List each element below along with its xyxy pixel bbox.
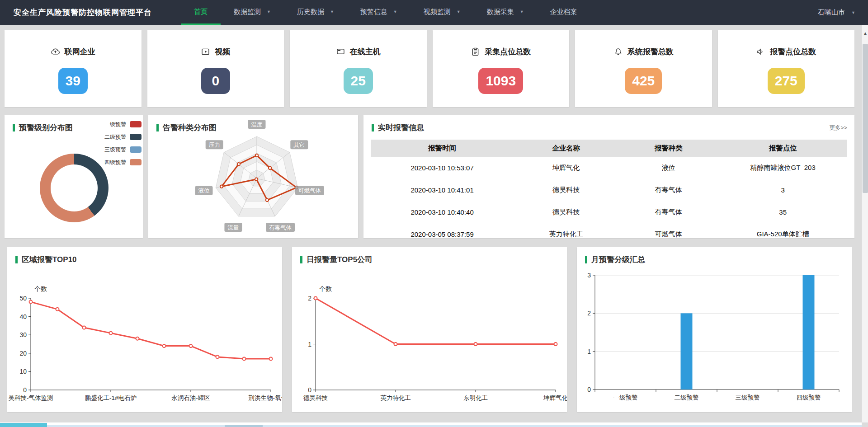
nav-item-label: 数据监测 (234, 8, 261, 16)
scroll-up-icon[interactable]: ▲ (862, 31, 868, 36)
more-link[interactable]: 更多>> (829, 124, 847, 132)
nav-item-label: 首页 (194, 8, 208, 16)
title-accent-bar (156, 124, 159, 131)
bar (803, 275, 815, 389)
chart-text: 0 (23, 386, 27, 394)
nav-item-home[interactable]: 首页 (181, 0, 221, 25)
legend-item[interactable]: 三级预警 (104, 143, 142, 156)
table-cell: 英力特化工 (514, 223, 618, 238)
chart-text: 个数 (34, 285, 47, 292)
horizontal-scrollbar[interactable] (0, 422, 862, 427)
panel-daily-top5: 日报警量TOP5公司 012个数德昊科技英力特化工东明化工坤辉气化 (292, 247, 567, 412)
horizontal-scrollbar-track[interactable] (0, 425, 862, 427)
chart-text: 其它 (293, 142, 305, 148)
chart-text: 压力 (209, 142, 220, 148)
chart-text: 20 (19, 350, 27, 357)
bottom-row: 区域报警TOP10 01020304050个数吴科技-气体监测鹏盛化工-1#电石… (7, 247, 852, 412)
legend-item[interactable]: 四级预警 (104, 156, 142, 169)
chart-text: 2 (308, 295, 311, 302)
chart-text: 1 (587, 348, 591, 355)
vertical-scrollbar-thumb[interactable] (863, 44, 868, 193)
table-cell: 德昊科技 (514, 201, 618, 223)
video-play-icon (201, 47, 210, 56)
monthly-warning-level-chart: 0123一级预警二级预警三级预警四级预警 (577, 247, 852, 412)
alarm-type-radar-chart: 温度其它可燃气体有毒气体流量液位压力 (148, 115, 358, 238)
panel-title-text: 告警种类分布图 (163, 122, 217, 133)
table-row: 2020-03-10 10:40:40德昊科技有毒气体35 (371, 201, 847, 223)
nav-item-data-monitor[interactable]: 数据监测▼ (221, 0, 284, 25)
chart-text: 可燃气体 (298, 188, 321, 194)
chart-text: 3 (587, 272, 591, 279)
legend-item[interactable]: 一级预警 (104, 118, 142, 131)
bar (681, 313, 693, 389)
table-row: 2020-03-05 08:37:59英力特化工可燃气体GIA-520单体贮槽 (371, 223, 847, 238)
legend-swatch (130, 134, 142, 140)
chart-text: 50 (19, 295, 27, 302)
chart-text: 三级预警 (736, 394, 760, 401)
panel-region-top10: 区域报警TOP10 01020304050个数吴科技-气体监测鹏盛化工-1#电石… (7, 247, 282, 412)
chart-text: 永润石油-罐区 (171, 394, 210, 401)
region-top10-chart: 01020304050个数吴科技-气体监测鹏盛化工-1#电石炉永润石油-罐区荆洪… (7, 247, 282, 412)
stat-card-value-badge: 25 (344, 68, 373, 94)
chevron-down-icon: ▼ (851, 10, 855, 15)
stat-card-value-badge: 39 (58, 68, 88, 94)
table-column-header: 报警时间 (371, 140, 514, 157)
stat-card-label: 视频 (215, 47, 230, 57)
chart-text: 温度 (251, 122, 263, 128)
title-accent-bar (15, 256, 18, 263)
stat-card-online-hosts: 在线主机25 (290, 30, 427, 107)
panel-title-text: 实时报警信息 (378, 122, 424, 133)
city-label: 石嘴山市 (818, 8, 845, 17)
dashboard-app: 安全生产风险预警防控物联网管理平台 首页数据监测▼历史数据▼预警信息▼视频监测▼… (0, 0, 868, 427)
table-row: 2020-03-10 10:41:01德昊科技有毒气体3 (371, 179, 847, 201)
cloud-upload-icon (51, 47, 60, 56)
donut-hole (51, 164, 98, 211)
table-cell: 3 (718, 179, 847, 201)
nav-item-label: 视频监测 (424, 8, 451, 16)
table-column-header: 企业名称 (514, 140, 618, 157)
nav-menu: 首页数据监测▼历史数据▼预警信息▼视频监测▼数据采集▼企业档案 (181, 0, 590, 25)
legend-swatch (130, 159, 142, 165)
table-cell: 可燃气体 (618, 223, 718, 238)
chart-text: 2 (587, 310, 591, 317)
nav-item-video-monitor[interactable]: 视频监测▼ (410, 0, 474, 25)
stat-card-label: 报警点位总数 (770, 47, 816, 57)
table-column-header: 报警种类 (618, 140, 718, 157)
legend-label: 三级预警 (104, 146, 126, 154)
nav-item-warning-info[interactable]: 预警信息▼ (347, 0, 410, 25)
panel-title-text: 日报警量TOP5公司 (307, 254, 373, 265)
nav-item-label: 历史数据 (297, 8, 324, 16)
stat-card-system-alarms-total: 系统报警总数425 (575, 30, 712, 107)
nav-item-label: 企业档案 (550, 8, 577, 16)
nav-item-data-collect[interactable]: 数据采集▼ (474, 0, 537, 25)
table-cell: 有毒气体 (618, 179, 718, 201)
stat-card-label: 系统报警总数 (627, 47, 674, 57)
chart-text: 有毒气体 (269, 225, 292, 231)
table-cell: 2020-03-10 10:40:40 (371, 201, 514, 223)
table-column-header: 报警点位 (718, 140, 847, 157)
panel-title-text: 月预警分级汇总 (591, 254, 645, 265)
nav-item-enterprise-archive[interactable]: 企业档案 (537, 0, 590, 25)
stat-cards-row: 联网企业39视频0在线主机25采集点位总数1093系统报警总数425报警点位总数… (5, 30, 854, 107)
chart-text: 荆洪生物-氧化反 (249, 394, 283, 401)
vertical-scrollbar[interactable]: ▲ (862, 25, 868, 422)
title-accent-bar (372, 124, 374, 131)
table-cell: 2020-03-05 08:37:59 (371, 223, 514, 238)
chevron-down-icon: ▼ (330, 9, 334, 14)
table-cell: 精醇南罐液位GT_203 (718, 157, 847, 179)
stat-card-value-badge: 425 (625, 68, 662, 94)
stat-card-videos: 视频0 (147, 30, 284, 107)
top-navbar: 安全生产风险预警防控物联网管理平台 首页数据监测▼历史数据▼预警信息▼视频监测▼… (0, 0, 868, 25)
nav-item-history-data[interactable]: 历史数据▼ (284, 0, 347, 25)
legend-item[interactable]: 二级预警 (104, 131, 142, 143)
horizontal-scrollbar-thumb[interactable] (225, 425, 263, 427)
chart-text: 鹏盛化工-1#电石炉 (85, 394, 137, 401)
bell-icon (613, 47, 623, 56)
table-cell: 2020-03-10 10:53:07 (371, 157, 514, 179)
panel-warning-level-donut: 预警级别分布图 一级预警二级预警三级预警四级预警 (5, 115, 143, 238)
stat-card-label: 采集点位总数 (485, 47, 531, 57)
donut-legend: 一级预警二级预警三级预警四级预警 (104, 118, 142, 169)
city-selector[interactable]: 石嘴山市 ▼ (818, 0, 855, 25)
stat-card-online-enterprises: 联网企业39 (5, 30, 142, 107)
nav-item-label: 数据采集 (487, 8, 514, 16)
